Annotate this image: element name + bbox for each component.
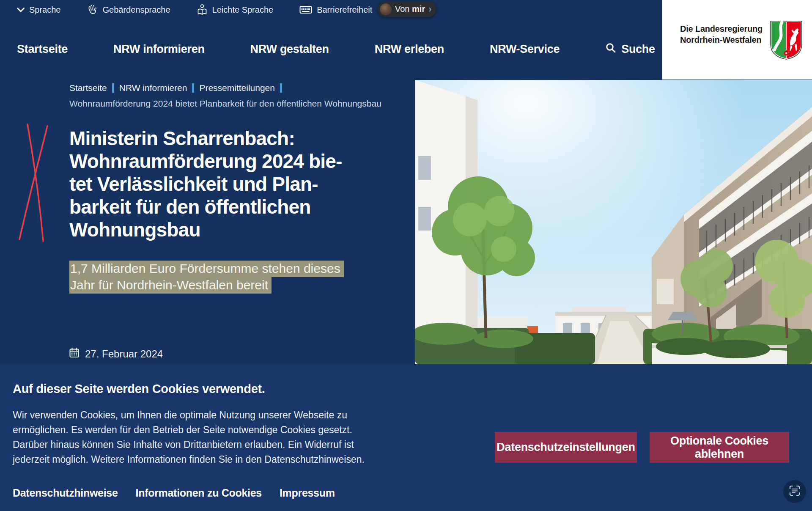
nav-item-nrw-erleben[interactable]: NRW erleben: [375, 43, 444, 56]
search-icon: [605, 42, 616, 56]
easy-language-icon: [197, 4, 208, 16]
page-title: Ministerin Scharrenbach: Wohnraumförderu…: [69, 127, 342, 241]
calendar-icon: [69, 348, 79, 360]
privacy-notice-link[interactable]: Datenschutzhinweise: [13, 487, 118, 499]
privacy-settings-button[interactable]: Datenschutzeinstellungen: [495, 432, 637, 463]
cookie-info-link[interactable]: Informationen zu Cookies: [136, 487, 262, 499]
breadcrumb-current-page: Wohnraumförderung 2024 bietet Planbarkei…: [69, 99, 408, 109]
chevron-right-icon: ›: [428, 5, 431, 14]
cookie-banner-text: Wir verwenden Cookies, um Ihnen die opti…: [13, 408, 387, 467]
sign-language-link[interactable]: Gebärdensprache: [87, 4, 170, 16]
nav-item-nrw-service[interactable]: NRW-Service: [490, 43, 560, 56]
cookie-banner: Auf dieser Seite werden Cookies verwende…: [0, 364, 812, 511]
article-subtitle: 1,7 Milliarden Euro Fördersumme stehen d…: [69, 261, 344, 294]
sign-language-label: Gebärdensprache: [103, 5, 170, 15]
cookie-banner-title: Auf dieser Seite werden Cookies verwende…: [13, 382, 265, 396]
nav-item-startseite[interactable]: Startseite: [17, 43, 68, 56]
avatar: [380, 3, 392, 15]
decorative-x-mark: [13, 122, 55, 246]
accessibility-label: Barrierefreiheit: [317, 5, 372, 15]
breadcrumb-separator: [112, 83, 114, 93]
nav-item-nrw-informieren[interactable]: NRW informieren: [113, 43, 205, 56]
cookie-footer-links: Datenschutzhinweise Informationen zu Coo…: [13, 487, 335, 499]
hero-image: [415, 80, 812, 364]
breadcrumb-startseite[interactable]: Startseite: [69, 83, 107, 93]
keyboard-icon: [299, 5, 312, 14]
main-nav: Startseite NRW informieren NRW gestalten…: [17, 42, 655, 56]
easy-language-link[interactable]: Leichte Sprache: [197, 4, 274, 16]
nav-item-nrw-gestalten[interactable]: NRW gestalten: [250, 43, 329, 56]
easy-language-label: Leichte Sprache: [212, 5, 274, 15]
breadcrumb-pressemitteilungen[interactable]: Pressemitteilungen: [199, 83, 275, 93]
government-logo[interactable]: Die Landesregierung Nordrhein-Westfalen: [662, 0, 812, 80]
scan-text-button[interactable]: [783, 480, 806, 503]
chevron-down-icon: [17, 8, 25, 12]
breadcrumb-separator: [192, 83, 194, 93]
breadcrumb-separator: [280, 83, 282, 93]
von-mir-label: Von mir: [395, 4, 425, 14]
publish-date: 27. Februar 2024: [69, 348, 163, 360]
publish-date-label: 27. Februar 2024: [85, 348, 163, 360]
scan-text-icon: [788, 484, 801, 499]
site-header: Sprache Gebärdensprache: [0, 0, 812, 80]
language-label: Sprache: [29, 5, 61, 15]
search-label: Suche: [621, 43, 655, 56]
nrw-coat-of-arms-icon: [770, 20, 803, 62]
accessibility-link[interactable]: Barrierefreiheit: [299, 5, 372, 15]
von-mir-overlay-badge[interactable]: Von mir ›: [378, 1, 436, 17]
breadcrumb-nrw-informieren[interactable]: NRW informieren: [119, 83, 187, 93]
imprint-link[interactable]: Impressum: [280, 487, 335, 499]
sign-language-icon: [87, 4, 98, 16]
search-button[interactable]: Suche: [605, 42, 655, 56]
reject-optional-cookies-button[interactable]: Optionale Cookies ablehnen: [650, 432, 789, 463]
breadcrumb: Startseite NRW informieren Pressemitteil…: [69, 83, 408, 109]
language-menu[interactable]: Sprache: [17, 5, 61, 15]
utility-bar: Sprache Gebärdensprache: [17, 0, 372, 19]
logo-text: Die Landesregierung Nordrhein-Westfalen: [680, 23, 763, 45]
